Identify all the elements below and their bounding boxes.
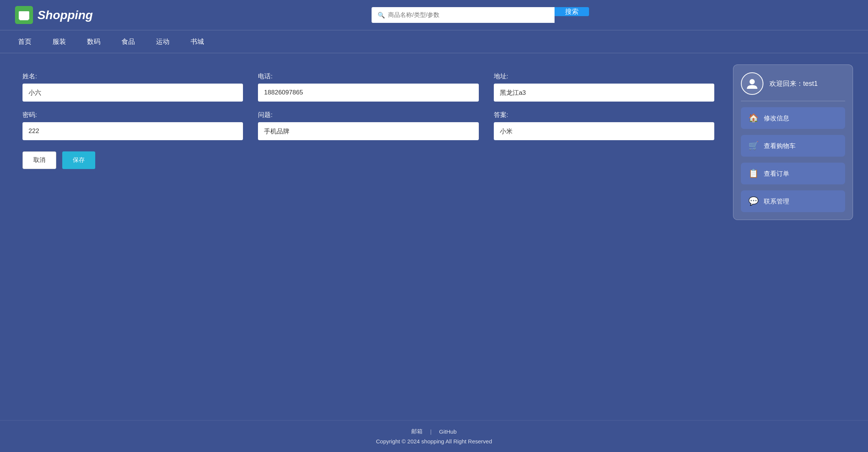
nav-item-digital[interactable]: 数码 [84, 30, 103, 53]
main-layout: 姓名: 电话: 地址: 密码: 问题: 答案: [0, 53, 868, 420]
nav-item-sports[interactable]: 运动 [153, 30, 172, 53]
footer-divider: | [430, 428, 432, 435]
save-button[interactable]: 保存 [62, 151, 95, 169]
view-order-button[interactable]: 📋 查看订单 [741, 163, 845, 184]
search-input-wrapper: 🔍 [372, 7, 555, 23]
cart-icon: 🛒 [748, 141, 759, 151]
right-panel: 欢迎回来：test1 🏠 修改信息 🛒 查看购物车 📋 查看订单 💬 联系管理 [733, 64, 853, 220]
phone-input[interactable] [258, 84, 478, 102]
home-icon: 🏠 [748, 113, 759, 123]
contact-admin-button[interactable]: 💬 联系管理 [741, 190, 845, 212]
address-input[interactable] [494, 84, 714, 102]
view-order-label: 查看订单 [764, 169, 789, 178]
order-icon: 📋 [748, 169, 759, 178]
footer-email-link[interactable]: 邮箱 [411, 428, 423, 435]
svg-rect-0 [19, 13, 28, 20]
search-button[interactable]: 搜索 [555, 7, 589, 16]
cancel-button[interactable]: 取消 [22, 151, 56, 169]
form-group-password: 密码: [22, 111, 243, 140]
avatar-icon [745, 77, 759, 90]
logo-text: Shopping [37, 8, 93, 22]
contact-admin-label: 联系管理 [764, 197, 789, 206]
form-actions: 取消 保存 [22, 151, 714, 169]
edit-info-label: 修改信息 [764, 114, 789, 123]
name-input[interactable] [22, 84, 243, 102]
user-info: 欢迎回来：test1 [741, 72, 845, 101]
nav: 首页 服装 数码 食品 运动 书城 [0, 30, 868, 53]
password-label: 密码: [22, 111, 243, 119]
footer: 邮箱 | GitHub Copyright © 2024 shopping Al… [0, 420, 868, 452]
edit-info-button[interactable]: 🏠 修改信息 [741, 107, 845, 129]
form-group-name: 姓名: [22, 72, 243, 102]
answer-input[interactable] [494, 122, 714, 140]
nav-item-fashion[interactable]: 服装 [49, 30, 69, 53]
view-cart-label: 查看购物车 [764, 142, 796, 150]
nav-item-food[interactable]: 食品 [118, 30, 138, 53]
chat-icon: 💬 [748, 196, 759, 206]
header: Shopping 🔍 搜索 [0, 0, 868, 30]
address-label: 地址: [494, 72, 714, 81]
footer-copyright: Copyright © 2024 shopping All Right Rese… [7, 438, 861, 445]
footer-links: 邮箱 | GitHub [7, 428, 861, 435]
avatar [741, 72, 763, 95]
search-bar: 🔍 搜索 [372, 7, 589, 23]
logo[interactable]: Shopping [15, 6, 93, 24]
form-group-address: 地址: [494, 72, 714, 102]
logo-icon [15, 6, 33, 24]
form-group-question: 问题: [258, 111, 478, 140]
form-group-answer: 答案: [494, 111, 714, 140]
search-input[interactable] [388, 7, 549, 23]
phone-label: 电话: [258, 72, 478, 81]
answer-label: 答案: [494, 111, 714, 119]
footer-github-link[interactable]: GitHub [439, 428, 457, 435]
form-grid: 姓名: 电话: 地址: 密码: 问题: 答案: [22, 72, 714, 140]
nav-item-books[interactable]: 书城 [187, 30, 207, 53]
content-area: 姓名: 电话: 地址: 密码: 问题: 答案: [15, 64, 722, 184]
svg-point-1 [750, 79, 755, 84]
view-cart-button[interactable]: 🛒 查看购物车 [741, 135, 845, 157]
password-input[interactable] [22, 122, 243, 140]
question-input[interactable] [258, 122, 478, 140]
search-icon: 🔍 [378, 12, 385, 19]
welcome-text: 欢迎回来：test1 [769, 79, 818, 88]
form-group-phone: 电话: [258, 72, 478, 102]
nav-item-home[interactable]: 首页 [15, 30, 34, 53]
question-label: 问题: [258, 111, 478, 119]
name-label: 姓名: [22, 72, 243, 81]
